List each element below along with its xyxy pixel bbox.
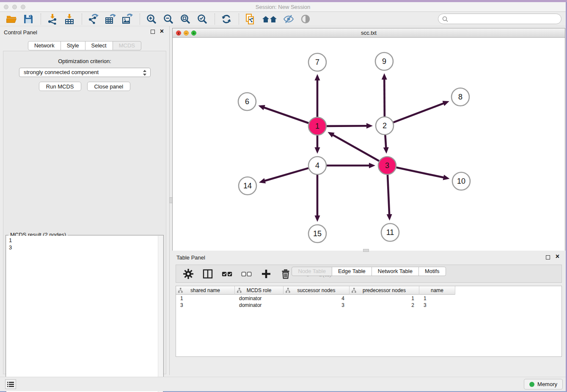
- graph-node-1[interactable]: 1: [308, 117, 326, 135]
- graph-node-10[interactable]: 10: [452, 172, 470, 190]
- task-history-button[interactable]: [5, 379, 16, 389]
- graph-edge-2-8[interactable]: [394, 101, 449, 122]
- graph-node-label: 4: [315, 161, 319, 170]
- control-panel: Control Panel × NetworkStyleSelectMCDS O…: [0, 26, 170, 375]
- graph-node-label: 6: [245, 97, 249, 106]
- zoom-selected-icon[interactable]: [196, 13, 209, 25]
- graph-edge-1-2[interactable]: [327, 123, 373, 129]
- graph-edge-1-4[interactable]: [315, 135, 320, 154]
- graph-node-15[interactable]: 15: [308, 225, 326, 243]
- network-window-titlebar[interactable]: x − + scc.txt: [173, 28, 565, 38]
- tab-network[interactable]: Network: [28, 41, 61, 50]
- graph-edge-4-14[interactable]: [259, 168, 308, 183]
- graph-node-8[interactable]: 8: [451, 88, 469, 106]
- zoom-out-icon[interactable]: [162, 13, 175, 25]
- mcds-result-text[interactable]: 13: [6, 236, 158, 392]
- close-panel-button[interactable]: Close panel: [87, 82, 131, 91]
- table-panel-title: Table Panel: [176, 254, 205, 261]
- show-eye-icon[interactable]: [299, 13, 312, 25]
- search-icon: [442, 16, 449, 22]
- refresh-icon[interactable]: [220, 13, 233, 25]
- graph-edge-2-3[interactable]: [383, 135, 389, 154]
- mcds-result-line: 1: [9, 237, 155, 244]
- graph-node-3[interactable]: 3: [378, 157, 396, 174]
- open-session-icon[interactable]: [5, 13, 18, 25]
- network-graph: 1234678910111415: [173, 38, 565, 251]
- graph-node-label: 9: [382, 57, 386, 66]
- save-session-icon[interactable]: [22, 13, 35, 25]
- graph-edge-3-11[interactable]: [387, 175, 392, 221]
- optimization-criterion-select[interactable]: strongly connected component: [19, 68, 151, 77]
- graph-edge-1-6[interactable]: [258, 105, 308, 123]
- select-stepper-icon: [143, 69, 147, 76]
- tab-motifs[interactable]: Motifs: [418, 267, 446, 276]
- graph-edge-1-7[interactable]: [315, 74, 320, 117]
- graph-edge-3-10[interactable]: [396, 168, 450, 180]
- zoom-in-icon[interactable]: [145, 13, 158, 25]
- network-canvas[interactable]: 1234678910111415: [173, 38, 565, 251]
- tab-select[interactable]: Select: [85, 41, 113, 50]
- main-toolbar: [0, 12, 566, 26]
- graph-node-label: 10: [457, 177, 465, 185]
- status-bar: Memory: [0, 377, 566, 391]
- hide-eye-icon[interactable]: [282, 13, 295, 25]
- float-panel-icon[interactable]: [151, 30, 155, 34]
- import-table-icon[interactable]: [63, 13, 76, 25]
- horizontal-splitter-handle[interactable]: [363, 249, 369, 252]
- memory-status-icon: [529, 382, 534, 387]
- toolbar-separator: [215, 14, 215, 25]
- graph-node-label: 15: [313, 229, 322, 238]
- graph-node-label: 8: [458, 93, 462, 101]
- toolbar-separator: [41, 14, 41, 25]
- run-mcds-button[interactable]: Run MCDS: [39, 82, 81, 91]
- graph-node-2[interactable]: 2: [376, 117, 394, 135]
- control-panel-header: Control Panel ×: [0, 26, 169, 38]
- export-table-icon[interactable]: [104, 13, 117, 25]
- selected-criterion-value: strongly connected component: [24, 69, 99, 75]
- import-network-icon[interactable]: [46, 13, 59, 25]
- titlebar: Session: New Session: [0, 2, 566, 12]
- graph-edge-4-3[interactable]: [327, 163, 375, 168]
- memory-button[interactable]: Memory: [524, 379, 563, 389]
- graph-node-label: 14: [243, 182, 252, 190]
- tab-node-table[interactable]: Node Table: [292, 267, 332, 276]
- result-scrollbar[interactable]: [158, 236, 163, 392]
- table-tabs: Node TableEdge TableNetwork TableMotifs: [172, 267, 565, 374]
- tab-style[interactable]: Style: [61, 41, 85, 50]
- duplicate-network-icon[interactable]: [244, 13, 257, 25]
- window-title: Session: New Session: [0, 4, 566, 10]
- optimization-criterion-label: Optimization criterion:: [3, 58, 166, 64]
- graph-node-14[interactable]: 14: [239, 177, 256, 195]
- network-window-title: scc.txt: [173, 30, 565, 36]
- graph-edge-4-15[interactable]: [315, 175, 320, 222]
- graph-node-9[interactable]: 9: [375, 52, 393, 70]
- graph-node-label: 1: [315, 122, 319, 130]
- homes-icon[interactable]: [261, 13, 278, 25]
- zoom-fit-icon[interactable]: [179, 13, 192, 25]
- graph-node-7[interactable]: 7: [308, 53, 326, 71]
- export-image-icon[interactable]: [121, 13, 134, 25]
- graph-edge-3-1[interactable]: [328, 132, 379, 161]
- float-table-panel-icon[interactable]: [546, 255, 550, 259]
- close-table-panel-icon[interactable]: ×: [556, 253, 559, 260]
- graph-edge-2-9[interactable]: [382, 73, 387, 116]
- graph-node-label: 11: [386, 228, 394, 237]
- close-panel-icon[interactable]: ×: [160, 28, 164, 35]
- tab-edge-table[interactable]: Edge Table: [332, 267, 372, 276]
- search-input[interactable]: [449, 15, 561, 23]
- toolbar-separator: [140, 14, 140, 25]
- toolbar-separator: [239, 14, 239, 25]
- graph-node-4[interactable]: 4: [308, 157, 326, 174]
- tab-network-table[interactable]: Network Table: [372, 267, 419, 276]
- graph-node-11[interactable]: 11: [381, 224, 399, 241]
- toolbar-separator: [82, 14, 82, 25]
- tab-mcds[interactable]: MCDS: [113, 41, 141, 50]
- graph-node-6[interactable]: 6: [238, 93, 256, 110]
- graph-node-label: 7: [315, 58, 319, 66]
- control-panel-title: Control Panel: [4, 29, 37, 36]
- memory-label: Memory: [537, 381, 557, 387]
- list-icon: [7, 381, 14, 387]
- mcds-result-line: 3: [9, 244, 155, 251]
- export-network-icon[interactable]: [87, 13, 100, 25]
- search-field[interactable]: [438, 14, 561, 24]
